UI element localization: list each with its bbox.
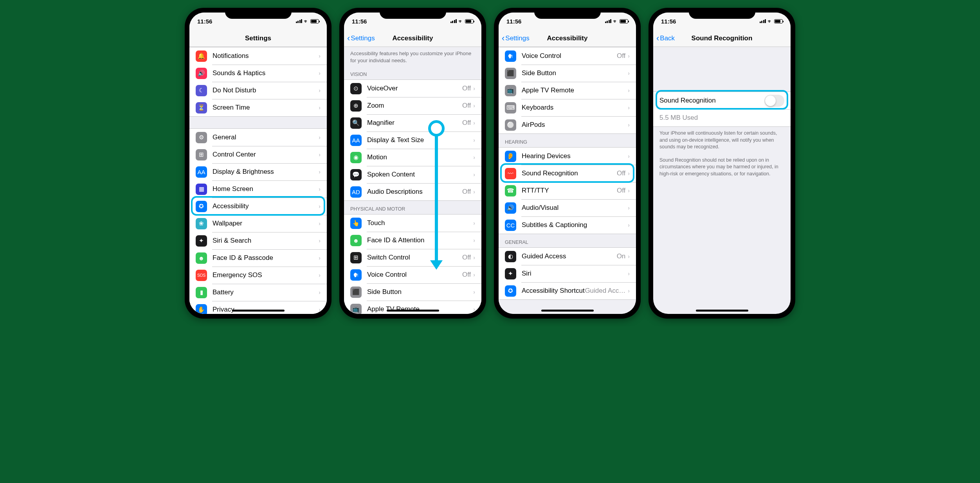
row-sounds-haptics[interactable]: 🔊Sounds & Haptics› [189,65,327,82]
row-label: Do Not Disturb [213,87,319,94]
hearing-header: HEARING [499,134,636,147]
row-privacy[interactable]: ✋Privacy› [189,301,327,314]
sound-recognition-switch[interactable] [764,95,784,107]
nav-bar: ‹ Settings Accessibility [499,30,636,47]
row-accessibility-shortcut[interactable]: ✪Accessibility ShortcutGuided Acc…› [499,282,636,299]
chevron-right-icon: › [473,103,475,109]
row-voice-control[interactable]: 🗣Voice ControlOff› [499,47,636,65]
row-apple-tv-remote[interactable]: 📺Apple TV Remote› [344,301,481,314]
row-subtitles-captioning[interactable]: CCSubtitles & Captioning› [499,216,636,234]
row-label: Face ID & Attention [367,236,473,244]
chevron-right-icon: › [473,85,475,92]
row-label: Motion [367,153,473,161]
row-guided-access[interactable]: ◐Guided AccessOn› [499,248,636,265]
face-id-attention-icon: ☻ [350,235,362,246]
row-zoom[interactable]: ⊕ZoomOff› [344,97,481,114]
row-label: Subtitles & Captioning [522,221,628,229]
chevron-right-icon: › [628,222,630,228]
display-text-size-icon: AA [350,135,362,146]
accessibility-icon: ✪ [196,201,207,212]
back-button[interactable]: ‹ Settings [347,33,375,43]
row-hearing-devices[interactable]: 👂Hearing Devices› [499,148,636,165]
row-siri[interactable]: ✦Siri› [499,265,636,282]
chevron-right-icon: › [319,105,321,111]
status-time: 11:56 [352,18,367,25]
back-button[interactable]: ‹ Back [656,33,675,43]
row-home-screen[interactable]: ▦Home Screen› [189,180,327,198]
row-voice-control[interactable]: 🗣Voice ControlOff› [344,266,481,283]
row-motion[interactable]: ◉Motion› [344,149,481,166]
chevron-right-icon: › [628,87,630,94]
back-button[interactable]: ‹ Settings [502,33,530,43]
row-notifications[interactable]: 🔔Notifications› [189,47,327,65]
row-do-not-disturb[interactable]: ☾Do Not Disturb› [189,82,327,99]
row-label: Home Screen [213,185,319,193]
battery-icon [774,19,783,23]
row-audio-descriptions[interactable]: ADAudio DescriptionsOff› [344,183,481,200]
row-voiceover[interactable]: ⊙VoiceOverOff› [344,80,481,97]
general-icon: ⚙ [196,132,207,143]
row-general[interactable]: ⚙General› [189,129,327,146]
face-id-passcode-icon: ☻ [196,252,207,264]
row-side-button[interactable]: ⬛Side Button› [344,283,481,301]
phone-1: 11:56 ︎ᯤ Settings 🔔Notifications›🔊Sounds… [185,8,331,319]
row-apple-tv-remote[interactable]: 📺Apple TV Remote› [499,82,636,99]
phone-3: 11:56 ᯤ ‹ Settings Accessibility 🗣Voice … [494,8,641,319]
row-audio-visual[interactable]: 🔊Audio/Visual› [499,199,636,216]
row-display-brightness[interactable]: AADisplay & Brightness› [189,163,327,180]
chevron-right-icon: › [319,53,321,59]
row-label: Spoken Content [367,171,473,178]
home-indicator[interactable] [232,310,285,312]
status-time: 11:56 [506,18,521,25]
notch [225,8,292,19]
home-indicator[interactable] [541,310,594,312]
row-emergency-sos[interactable]: SOSEmergency SOS› [189,267,327,284]
accessibility-list[interactable]: Accessibility features help you customiz… [344,47,481,314]
audio-descriptions-icon: AD [350,186,362,198]
row-control-center[interactable]: ⊞Control Center› [189,146,327,163]
row-rtt-tty[interactable]: ☎RTT/TTYOff› [499,182,636,199]
row-side-button[interactable]: ⬛Side Button› [499,65,636,82]
row-label: Audio/Visual [522,204,628,212]
home-indicator[interactable] [387,310,439,312]
audio-visual-icon: 🔊 [505,202,516,214]
accessibility-list-scrolled[interactable]: 🗣Voice ControlOff›⬛Side Button›📺Apple TV… [499,47,636,314]
chevron-right-icon: › [628,205,630,211]
row-siri-search[interactable]: ✦Siri & Search› [189,232,327,249]
row-label: RTT/TTY [522,187,617,195]
hearing-devices-icon: 👂 [505,151,516,162]
row-battery[interactable]: ▮Battery› [189,284,327,301]
row-wallpaper[interactable]: ❀Wallpaper› [189,215,327,232]
row-label: Accessibility Shortcut [522,287,585,295]
row-airpods[interactable]: ⚪AirPods› [499,116,636,133]
phone-2: 11:56 ᯤ ‹ Settings Accessibility Accessi… [339,8,486,319]
row-label: Side Button [367,288,473,296]
notch [534,8,601,19]
back-label: Back [660,34,675,42]
settings-list[interactable]: 🔔Notifications›🔊Sounds & Haptics›☾Do Not… [189,47,327,314]
row-value: Off [462,119,471,127]
row-face-id-attention[interactable]: ☻Face ID & Attention› [344,232,481,249]
row-spoken-content[interactable]: 💬Spoken Content› [344,166,481,183]
row-switch-control[interactable]: ⊞Switch ControlOff› [344,249,481,266]
row-label: Display & Text Size [367,136,473,144]
row-screen-time[interactable]: ⏳Screen Time› [189,99,327,116]
row-accessibility[interactable]: ✪Accessibility› [189,198,327,215]
sound-recognition-toggle-row[interactable]: Sound Recognition [653,92,791,109]
phone-4: 11:56 ᯤ ‹ Back Sound Recognition Sound R… [649,8,795,319]
row-label: Guided Access [522,252,617,260]
keyboards-icon: ⌨ [505,102,516,114]
row-face-id-passcode[interactable]: ☻Face ID & Passcode› [189,249,327,267]
home-screen-icon: ▦ [196,184,207,195]
row-value: Off [617,52,625,60]
row-sound-recognition[interactable]: 〰Sound RecognitionOff› [499,165,636,182]
row-magnifier[interactable]: 🔍MagnifierOff› [344,114,481,132]
wifi-icon: ᯤ [458,18,463,24]
row-keyboards[interactable]: ⌨Keyboards› [499,99,636,116]
row-label: Accessibility [213,202,319,210]
chevron-right-icon: › [319,203,321,209]
row-display-text-size[interactable]: AADisplay & Text Size› [344,132,481,149]
row-touch[interactable]: 👆Touch› [344,214,481,232]
row-value: Off [462,188,471,196]
home-indicator[interactable] [696,310,748,312]
